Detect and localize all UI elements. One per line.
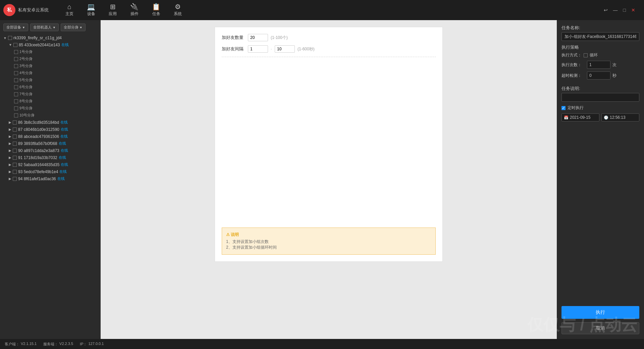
clone-3-checkbox[interactable]	[14, 64, 18, 68]
branch-89-checkbox[interactable]	[13, 142, 17, 146]
branch-88: ▶ 88 abceadc479361506 在线	[3, 133, 97, 140]
branch-85-checkbox[interactable]	[13, 43, 17, 47]
branch-88-checkbox[interactable]	[13, 135, 17, 139]
nav-tasks[interactable]: 📋 任务	[145, 1, 167, 19]
task-desc-input[interactable]	[561, 93, 639, 102]
clone-9[interactable]: 9号分身	[14, 105, 97, 112]
branch-90-header[interactable]: ▶ 90 a897c1dda2e3a873 在线	[9, 147, 97, 154]
clone-8-checkbox[interactable]	[14, 99, 18, 103]
branch-86-checkbox[interactable]	[13, 120, 17, 124]
branch-87-checkbox[interactable]	[13, 128, 17, 132]
branch-92-header[interactable]: ▶ 92 5abaa91644835d35 在线	[9, 161, 97, 168]
expand-icon: ▶	[9, 177, 11, 181]
interval-max-input[interactable]	[275, 45, 295, 53]
maximize-button[interactable]: □	[621, 7, 628, 13]
branch-93-checkbox[interactable]	[13, 170, 17, 174]
execution-count-label: 执行次数：	[561, 62, 585, 68]
branch-91-checkbox[interactable]	[13, 156, 17, 160]
minimize-button[interactable]: —	[611, 7, 620, 13]
timeout-row: 超时检测： 秒	[561, 71, 639, 80]
execution-mode-label: 执行方式：	[561, 52, 582, 58]
clone-3[interactable]: 3号分身	[14, 62, 97, 69]
branch-93-header[interactable]: ▶ 93 5edcd78efe49b1e4 在线	[9, 168, 97, 175]
clone-5-checkbox[interactable]	[14, 78, 18, 82]
task-name-input[interactable]	[561, 32, 639, 41]
device-tree: ▼ rk3399_firefly_sr_c11g_jd4 ▼ 85 433cee…	[3, 35, 97, 182]
clone-7-checkbox[interactable]	[14, 92, 18, 96]
server-label: 服务端：	[43, 342, 58, 347]
date-input[interactable]	[570, 115, 597, 120]
clone-1[interactable]: 1号分身	[14, 48, 97, 55]
all-devices-filter[interactable]: 全部设备 ▼	[3, 23, 28, 31]
all-robots-filter[interactable]: 全部机器人 ▼	[30, 23, 59, 31]
clone-4-checkbox[interactable]	[14, 71, 18, 75]
nav-system[interactable]: ⚙ 系统	[167, 1, 189, 19]
root-checkbox[interactable]	[8, 36, 12, 40]
back-button[interactable]: ↩	[602, 7, 610, 13]
branch-87-header[interactable]: ▶ 87 c8046b1d0e312590 在线	[9, 126, 97, 133]
clone-6-checkbox[interactable]	[14, 85, 18, 89]
status-bar: 客户端： V2.1.15.1 服务端： V2.2.3.5 IP： 127.0.0…	[0, 339, 644, 349]
branch-90-checkbox[interactable]	[13, 149, 17, 153]
nav-home[interactable]: ⌂ 主页	[59, 1, 80, 19]
all-clones-filter[interactable]: 全部分身 ▼	[61, 23, 86, 31]
execute-button[interactable]: 执行	[561, 306, 639, 319]
scheduled-row: ✓ 定时执行	[561, 105, 639, 111]
branch-86-header[interactable]: ▶ 86 3b8c3cd9d35184bd 在线	[9, 119, 97, 126]
add-friend-count-label: 加好友数量	[222, 35, 245, 41]
interval-min-input[interactable]	[248, 45, 268, 53]
branch-85-header[interactable]: ▼ 85 433ceeb20441e143 在线	[9, 41, 97, 48]
branch-92-checkbox[interactable]	[13, 163, 17, 167]
cancel-button[interactable]: 取消	[561, 322, 639, 334]
branch-94-header[interactable]: ▶ 94 8f61afef1ad0ac36 在线	[9, 175, 97, 182]
close-button[interactable]: ✕	[629, 7, 637, 13]
title-bar: 私 私有安卓云系统 ⌂ 主页 💻 设备 ⊞ 应用 🔌 插件 📋 任务 ⚙ 系统 …	[0, 0, 644, 20]
nav-plugins[interactable]: 🔌 插件	[123, 1, 145, 19]
nav-devices[interactable]: 💻 设备	[80, 1, 102, 19]
info-title: ⚠ 说明	[226, 232, 431, 238]
online-status: 在线	[60, 134, 68, 139]
branch-85: ▼ 85 433ceeb20441e143 在线 1号分身 2号分身	[3, 41, 97, 119]
online-status: 在线	[59, 169, 67, 174]
system-icon: ⚙	[175, 3, 181, 10]
devices-icon: 💻	[87, 3, 95, 10]
branch-94-checkbox[interactable]	[13, 177, 17, 181]
timeout-input[interactable]	[587, 71, 610, 80]
timeout-label: 超时检测：	[561, 73, 585, 79]
clone-10-checkbox[interactable]	[14, 113, 18, 117]
branch-88-header[interactable]: ▶ 88 abceadc479361506 在线	[9, 133, 97, 140]
time-input[interactable]	[610, 115, 630, 120]
add-friend-count-hint: (1-100个)	[271, 35, 288, 41]
clone-7[interactable]: 7号分身	[14, 91, 97, 98]
expand-icon: ▶	[9, 120, 11, 124]
app-logo: 私	[3, 4, 15, 16]
branch-89-header[interactable]: ▶ 89 3893f8a567b0f068 在线	[9, 140, 97, 147]
nav-home-label: 主页	[65, 11, 73, 17]
clone-6[interactable]: 6号分身	[14, 84, 97, 91]
sidebar-filters: 全部设备 ▼ 全部机器人 ▼ 全部分身 ▼	[3, 23, 97, 31]
clone-10[interactable]: 10号分身	[14, 112, 97, 119]
scheduled-checkbox[interactable]: ✓	[561, 106, 566, 110]
branch-91-header[interactable]: ▶ 91 1718d19a33b7032 在线	[9, 154, 97, 161]
online-status: 在线	[61, 162, 68, 167]
branch-87: ▶ 87 c8046b1d0e312590 在线	[3, 126, 97, 133]
clone-8[interactable]: 8号分身	[14, 98, 97, 105]
client-version-value: V2.1.15.1	[21, 342, 37, 347]
clone-5[interactable]: 5号分身	[14, 77, 97, 84]
nav-apps[interactable]: ⊞ 应用	[102, 1, 123, 19]
clone-2[interactable]: 2号分身	[14, 55, 97, 62]
expand-icon: ▶	[9, 135, 11, 138]
expand-icon: ▶	[9, 128, 11, 131]
loop-checkbox[interactable]	[584, 53, 588, 57]
tree-root[interactable]: ▼ rk3399_firefly_sr_c11g_jd4	[3, 35, 97, 41]
add-friend-count-input[interactable]	[248, 34, 268, 41]
expand-icon: ▼	[9, 43, 12, 47]
clone-1-checkbox[interactable]	[14, 50, 18, 54]
clone-9-checkbox[interactable]	[14, 106, 18, 110]
clone-4[interactable]: 4号分身	[14, 69, 97, 77]
scheduled-label: 定时执行	[568, 105, 584, 111]
nav-tasks-label: 任务	[152, 11, 160, 17]
scheduled-section: ✓ 定时执行 📅 🕐	[561, 105, 639, 124]
clone-2-checkbox[interactable]	[14, 57, 18, 61]
execution-count-input[interactable]	[587, 61, 610, 69]
